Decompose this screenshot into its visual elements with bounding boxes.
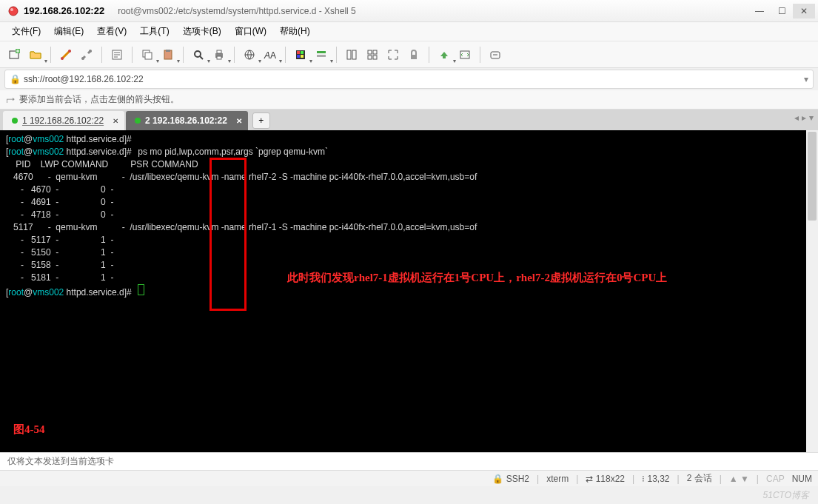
svg-rect-33 (411, 55, 417, 59)
svg-point-6 (81, 57, 84, 60)
reconnect-icon[interactable] (57, 46, 75, 64)
address-dropdown-icon[interactable]: ▾ (804, 74, 808, 84)
annotation-text: 此时我们发现rhel7-1虚拟机运行在1号CPU上，rhel7-2虚拟机运行在0… (287, 271, 667, 285)
menu-tab[interactable]: 选项卡(B) (178, 23, 226, 40)
svg-rect-15 (217, 50, 221, 53)
annotation-box (209, 158, 247, 311)
transfer-icon[interactable] (435, 46, 453, 64)
session-tab-1[interactable]: 1 192.168.26.102:22 ✕ (3, 111, 124, 130)
tab-label: 1 192.168.26.102:22 (22, 115, 104, 126)
svg-rect-10 (145, 53, 152, 59)
address-bar[interactable]: 🔒 ssh://root@192.168.26.102:22 ▾ (4, 70, 814, 89)
status-arrows: ▲ ▼ (729, 474, 749, 484)
xftp-icon[interactable] (456, 46, 474, 64)
menu-view[interactable]: 查看(V) (93, 23, 131, 40)
menu-bar: 文件(F) 编辑(E) 查看(V) 工具(T) 选项卡(B) 窗口(W) 帮助(… (0, 22, 818, 41)
hint-text: 要添加当前会话，点击左侧的箭头按钮。 (19, 93, 179, 106)
svg-point-13 (195, 51, 201, 57)
highlight-icon[interactable] (312, 46, 330, 64)
status-proto: 🔒 SSH2 (492, 474, 529, 484)
status-sessions: 2 会话 (687, 472, 712, 485)
terminal[interactable]: [root@vms002 httpd.service.d]# [root@vms… (0, 130, 818, 452)
new-session-icon[interactable] (6, 46, 24, 64)
font-icon[interactable]: AA (261, 46, 279, 64)
tab-close-icon[interactable]: ✕ (236, 117, 242, 125)
window-title-path: root@vms002:/etc/systemd/system/httpd.se… (118, 6, 356, 16)
copy-icon[interactable] (138, 46, 156, 64)
paste-icon[interactable] (159, 46, 177, 64)
svg-rect-22 (301, 51, 304, 54)
compose-icon[interactable] (486, 46, 504, 64)
svg-point-4 (61, 57, 64, 60)
tab-nav: ◂ ▸ ▾ (794, 112, 814, 123)
terminal-scrollbar[interactable] (806, 130, 818, 452)
watermark: 51CTO博客 (763, 489, 809, 502)
svg-rect-21 (297, 51, 300, 54)
svg-rect-23 (297, 55, 300, 58)
svg-rect-31 (368, 56, 372, 59)
hint-arrow-icon[interactable]: ⮣ (6, 95, 15, 105)
properties-icon[interactable] (108, 46, 126, 64)
minimize-button[interactable]: — (748, 4, 771, 19)
svg-rect-24 (301, 55, 304, 58)
menu-help[interactable]: 帮助(H) (275, 23, 315, 40)
layout-grid-icon[interactable] (363, 46, 381, 64)
app-icon (7, 5, 19, 17)
svg-point-5 (68, 50, 71, 53)
status-bar: 🔒 SSH2 | xterm | ⇄ 118x22 | ⁝ 13,32 | 2 … (0, 470, 818, 486)
compose-bar[interactable]: 仅将文本发送到当前选项卡 (0, 452, 818, 470)
session-tab-2[interactable]: 2 192.168.26.102:22 ✕ (126, 111, 248, 130)
new-tab-button[interactable]: + (252, 112, 270, 129)
svg-rect-27 (347, 50, 351, 59)
status-term: xterm (546, 474, 569, 484)
svg-point-7 (89, 50, 92, 53)
compose-hint: 仅将文本发送到当前选项卡 (7, 455, 114, 468)
svg-rect-12 (166, 50, 170, 52)
window-title-host: 192.168.26.102:22 (24, 5, 104, 16)
menu-edit[interactable]: 编辑(E) (50, 23, 88, 40)
status-size: ⇄ 118x22 (586, 474, 625, 484)
status-pos: ⁝ 13,32 (642, 474, 669, 484)
hint-bar: ⮣ 要添加当前会话，点击左侧的箭头按钮。 (0, 90, 818, 110)
svg-rect-16 (217, 56, 221, 59)
lock-small-icon: 🔒 (10, 74, 21, 84)
svg-text:A: A (270, 50, 276, 61)
find-icon[interactable] (190, 46, 207, 64)
close-button[interactable]: ✕ (793, 4, 815, 19)
svg-point-0 (9, 7, 18, 16)
svg-rect-28 (352, 50, 356, 59)
svg-rect-29 (368, 50, 372, 54)
menu-file[interactable]: 文件(F) (7, 23, 45, 40)
status-cap: CAP (766, 474, 785, 484)
color-scheme-icon[interactable] (292, 46, 309, 64)
title-bar: 192.168.26.102:22 root@vms002:/etc/syste… (0, 0, 818, 22)
tab-bar: 1 192.168.26.102:22 ✕ 2 192.168.26.102:2… (0, 110, 818, 130)
status-dot-icon (135, 118, 141, 124)
tab-list-icon[interactable]: ▾ (809, 112, 814, 123)
svg-point-1 (10, 8, 13, 11)
maximize-button[interactable]: ☐ (771, 4, 793, 19)
status-dot-icon (12, 118, 18, 124)
figure-label: 图4-54 (13, 423, 45, 437)
fullscreen-icon[interactable] (384, 46, 402, 64)
encoding-icon[interactable] (241, 46, 258, 64)
layout-horizontal-icon[interactable] (343, 46, 361, 64)
tab-prev-icon[interactable]: ◂ (794, 112, 799, 123)
tab-label: 2 192.168.26.102:22 (145, 115, 227, 126)
svg-rect-34 (443, 56, 446, 58)
print-icon[interactable] (210, 46, 228, 64)
open-icon[interactable] (27, 46, 44, 64)
svg-rect-25 (317, 51, 326, 53)
tab-close-icon[interactable]: ✕ (113, 117, 118, 125)
svg-rect-30 (373, 50, 377, 54)
lock-icon[interactable] (405, 46, 423, 64)
tab-next-icon[interactable]: ▸ (802, 112, 806, 123)
menu-window[interactable]: 窗口(W) (230, 23, 271, 40)
menu-tools[interactable]: 工具(T) (135, 23, 173, 40)
svg-rect-32 (373, 56, 377, 59)
svg-text:A: A (264, 50, 270, 61)
disconnect-icon[interactable] (78, 46, 95, 64)
toolbar: AA (0, 41, 818, 68)
svg-rect-26 (317, 55, 326, 57)
address-text: ssh://root@192.168.26.102:22 (24, 74, 144, 84)
